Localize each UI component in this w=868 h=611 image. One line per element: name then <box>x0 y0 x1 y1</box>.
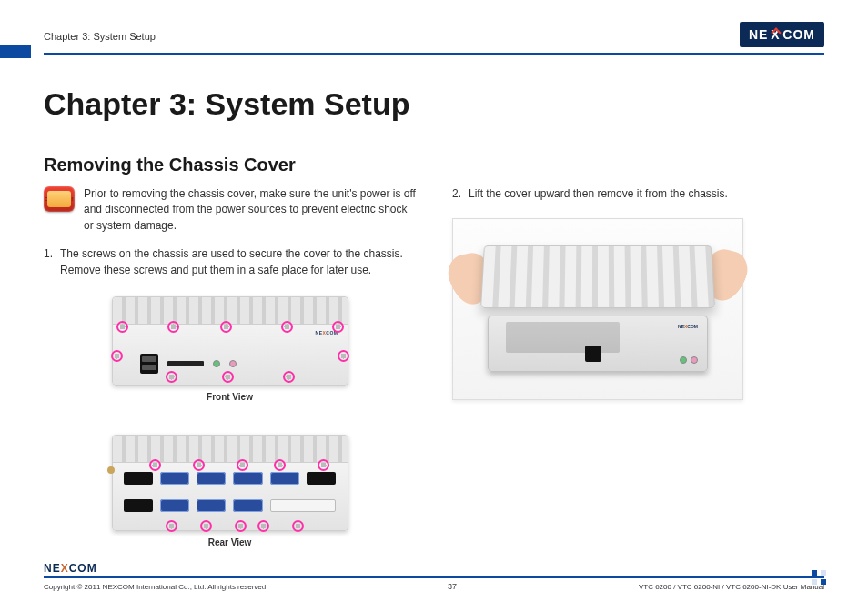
chassis-lid <box>480 245 715 308</box>
chassis-fins <box>113 436 348 463</box>
front-ports <box>140 354 237 374</box>
caution-block: CAUTION! Prior to removing the chassis c… <box>44 186 416 234</box>
footer-doc-title: VTC 6200 / VTC 6200-NI / VTC 6200-NI-DK … <box>639 583 824 591</box>
antenna-icon <box>107 466 115 474</box>
page-footer: NEXCOM Copyright © 2011 NEXCOM Internati… <box>44 562 824 591</box>
audio-jacks <box>680 356 698 364</box>
serial-port-icon <box>233 472 262 485</box>
chassis-base: NEXCOM <box>488 316 708 372</box>
step-2: 2. Lift the cover upward then remove it … <box>452 186 824 202</box>
step-1: 1. The screws on the chassis are used to… <box>44 246 416 278</box>
audio-jack-pink-icon <box>691 356 698 364</box>
caution-text: Prior to removing the chassis cover, mak… <box>84 186 416 234</box>
footer-page-number: 37 <box>448 582 457 591</box>
screw-marker-icon <box>166 520 177 532</box>
screw-marker-icon <box>200 520 212 532</box>
io-connector-icon <box>270 499 337 512</box>
section-heading: Removing the Chassis Cover <box>44 155 824 175</box>
caution-badge-text: CAUTION! <box>44 186 75 212</box>
rear-caption: Rear View <box>208 536 252 550</box>
serial-port-icon <box>160 499 189 512</box>
front-view-figure: NEXCOM <box>44 296 416 405</box>
screw-marker-icon <box>283 371 295 383</box>
ethernet-port-icon <box>124 499 153 512</box>
usb-ports-icon <box>140 354 158 374</box>
serial-port-icon <box>197 499 226 512</box>
screw-marker-icon <box>111 350 123 362</box>
step-2-text: Lift the cover upward then remove it fro… <box>469 186 824 202</box>
footer-copyright: Copyright © 2011 NEXCOM International Co… <box>44 583 266 591</box>
screw-marker-icon <box>235 520 247 532</box>
screw-marker-icon <box>338 350 349 362</box>
step-1-number: 1. <box>44 246 53 278</box>
serial-port-icon <box>160 472 189 485</box>
brand-logo: NEXCOM <box>740 22 824 47</box>
rear-view-figure: Rear View <box>44 435 416 550</box>
screw-marker-icon <box>257 520 269 532</box>
step-2-number: 2. <box>452 186 461 202</box>
chassis-fins <box>113 297 348 325</box>
device-logo: NEXCOM <box>316 330 338 336</box>
serial-port-icon <box>197 472 226 485</box>
device-logo: NEXCOM <box>678 324 698 330</box>
screw-marker-icon <box>292 520 304 532</box>
chapter-title: Chapter 3: System Setup <box>44 86 824 122</box>
audio-jack-green-icon <box>680 356 687 364</box>
device-rear <box>112 435 348 531</box>
usb-ports-icon <box>585 346 601 362</box>
audio-jack-green-icon <box>213 360 220 367</box>
left-column: CAUTION! Prior to removing the chassis c… <box>44 186 416 550</box>
front-face: NEXCOM <box>113 325 348 385</box>
header-rule <box>44 53 824 55</box>
footer-logo: NEXCOM <box>44 562 97 575</box>
footer-ornament-icon <box>812 570 826 585</box>
audio-jack-pink-icon <box>229 360 237 367</box>
cf-slot-icon <box>167 361 204 366</box>
nexcom-logo-chip: NEXCOM <box>740 22 824 47</box>
step-1-text: The screws on the chassis are used to se… <box>60 246 416 278</box>
header-breadcrumb: Chapter 3: System Setup <box>44 31 156 47</box>
serial-port-icon <box>270 472 299 485</box>
page-header: Chapter 3: System Setup NEXCOM <box>44 22 824 47</box>
front-caption: Front View <box>207 391 253 405</box>
vga-port-icon <box>233 499 262 512</box>
caution-icon: CAUTION! <box>44 186 75 212</box>
rear-ports <box>124 472 337 521</box>
ethernet-port-icon <box>124 472 153 485</box>
lift-cover-photo: NEXCOM <box>452 218 743 400</box>
device-front: NEXCOM <box>112 296 348 386</box>
footer-rule <box>44 576 824 578</box>
right-column: 2. Lift the cover upward then remove it … <box>452 186 824 550</box>
port-icon <box>307 472 336 485</box>
content-columns: CAUTION! Prior to removing the chassis c… <box>44 186 824 550</box>
rear-face <box>113 463 348 530</box>
